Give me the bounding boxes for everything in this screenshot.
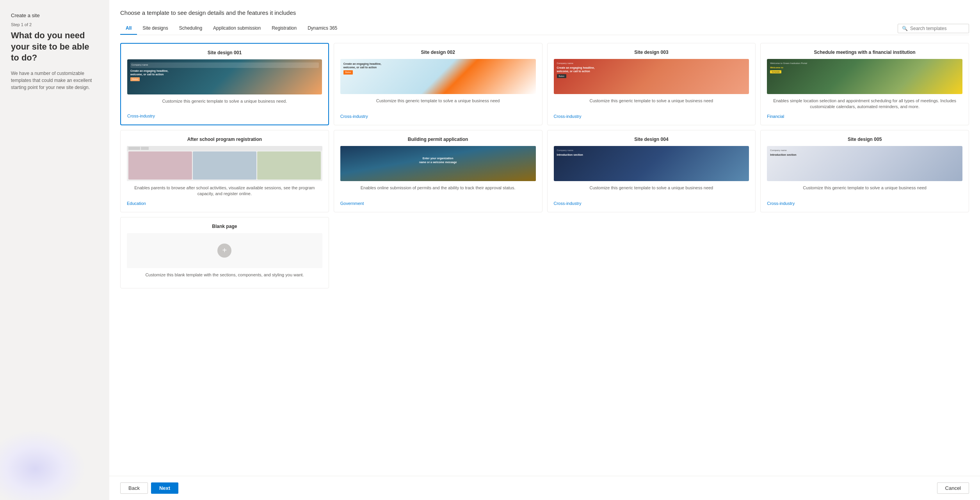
template-description: Enables online submission of permits and… bbox=[340, 185, 536, 197]
template-preview-building: Enter your organizationname or a welcome… bbox=[340, 146, 536, 181]
right-panel: Choose a template to see design details … bbox=[109, 0, 980, 500]
template-description: Customize this blank template with the s… bbox=[127, 272, 322, 278]
template-description: Enables simple location selection and ap… bbox=[767, 98, 962, 110]
template-title: Building permit application bbox=[340, 137, 536, 142]
template-title: Site design 005 bbox=[767, 137, 962, 142]
next-button[interactable]: Next bbox=[151, 482, 178, 494]
template-tag: Cross-industry bbox=[767, 201, 962, 206]
template-tag: Government bbox=[340, 201, 536, 206]
tab-all[interactable]: All bbox=[120, 22, 137, 35]
template-tag: Cross-industry bbox=[127, 114, 322, 118]
blank-plus-icon: + bbox=[217, 244, 231, 258]
template-tag: Cross-industry bbox=[340, 114, 536, 119]
template-description: Customize this generic template to solve… bbox=[340, 98, 536, 110]
template-description: Customize this generic template to solve… bbox=[554, 185, 749, 197]
tab-scheduling[interactable]: Scheduling bbox=[174, 22, 208, 35]
search-icon: 🔍 bbox=[902, 26, 908, 31]
template-preview-003: Company name Create an engaging headline… bbox=[554, 59, 749, 94]
template-card-site-design-003[interactable]: Site design 003 Company name Create an e… bbox=[547, 43, 756, 125]
main-content: Choose a template to see design details … bbox=[109, 0, 980, 476]
left-panel: Create a site Step 1 of 2 What do you ne… bbox=[0, 0, 109, 500]
template-description: Customize this generic template to solve… bbox=[767, 185, 962, 197]
template-card-site-design-005[interactable]: Site design 005 Company name Introductio… bbox=[760, 130, 969, 212]
template-preview-afterschool bbox=[127, 146, 322, 181]
template-tag: Cross-industry bbox=[554, 201, 749, 206]
template-title: Blank page bbox=[127, 224, 322, 229]
template-card-blank-page[interactable]: Blank page + Customize this blank templa… bbox=[120, 217, 329, 288]
template-description: Customize this generic template to solve… bbox=[554, 98, 749, 110]
template-preview-001: Company name Create an engaging headline… bbox=[127, 59, 322, 94]
template-title: Site design 003 bbox=[554, 50, 749, 55]
tab-site-designs[interactable]: Site designs bbox=[137, 22, 173, 35]
template-tag: Education bbox=[127, 201, 322, 206]
search-area[interactable]: 🔍 bbox=[898, 24, 969, 33]
decorative-blob bbox=[0, 430, 86, 500]
template-title: After school program registration bbox=[127, 137, 322, 142]
template-grid: Site design 001 Company name Create an e… bbox=[120, 43, 969, 296]
template-description: Customize this generic template to solve… bbox=[127, 98, 322, 110]
tab-application-submission[interactable]: Application submission bbox=[208, 22, 266, 35]
template-card-building-permit[interactable]: Building permit application Enter your o… bbox=[334, 130, 542, 212]
footer: Back Next Cancel bbox=[109, 476, 980, 500]
template-card-schedule-meetings[interactable]: Schedule meetings with a financial insti… bbox=[760, 43, 969, 125]
template-description: Enables parents to browse after school a… bbox=[127, 185, 322, 197]
template-preview-002: Create an engaging headline,welcome, or … bbox=[340, 59, 536, 94]
tab-dynamics-365[interactable]: Dynamics 365 bbox=[302, 22, 343, 35]
template-preview-financial: Welcome to Green Institution Portal Welc… bbox=[767, 59, 962, 94]
template-card-site-design-002[interactable]: Site design 002 Create an engaging headl… bbox=[334, 43, 542, 125]
template-card-site-design-004[interactable]: Site design 004 Company name Introductio… bbox=[547, 130, 756, 212]
back-button[interactable]: Back bbox=[120, 482, 148, 494]
page-title: Create a site bbox=[11, 12, 98, 18]
template-tag: Financial bbox=[767, 114, 962, 119]
page-description: We have a number of customizable templat… bbox=[11, 70, 98, 91]
step-indicator: Step 1 of 2 bbox=[11, 22, 98, 27]
tab-registration[interactable]: Registration bbox=[266, 22, 302, 35]
cancel-button[interactable]: Cancel bbox=[937, 482, 969, 494]
template-preview-004: Company name Introduction section bbox=[554, 146, 749, 181]
template-title: Schedule meetings with a financial insti… bbox=[767, 50, 962, 55]
search-input[interactable] bbox=[910, 26, 965, 31]
template-title: Site design 004 bbox=[554, 137, 749, 142]
template-card-site-design-001[interactable]: Site design 001 Company name Create an e… bbox=[120, 43, 329, 125]
template-title: Site design 002 bbox=[340, 50, 536, 55]
tabs-bar: All Site designs Scheduling Application … bbox=[120, 22, 969, 35]
template-card-afterschool[interactable]: After school program registration bbox=[120, 130, 329, 212]
main-subtitle: Choose a template to see design details … bbox=[120, 9, 969, 16]
template-tag: Cross-industry bbox=[554, 114, 749, 119]
template-title: Site design 001 bbox=[127, 50, 322, 55]
footer-left-actions: Back Next bbox=[120, 482, 178, 494]
template-preview-blank: + bbox=[127, 233, 322, 268]
page-heading: What do you need your site to be able to… bbox=[11, 30, 98, 64]
template-preview-005: Company name Introduction section bbox=[767, 146, 962, 181]
